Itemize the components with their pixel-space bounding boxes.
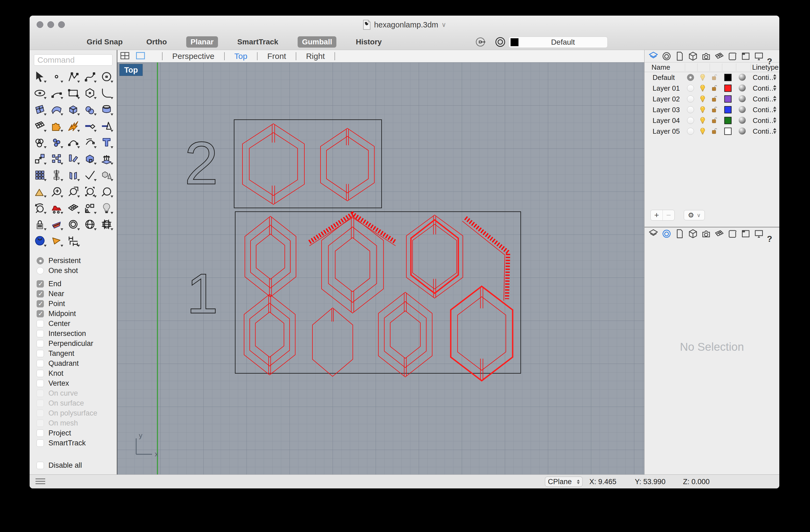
layer-row[interactable]: Layer 02 Conti… xyxy=(645,94,779,104)
point[interactable]: Point xyxy=(37,299,117,309)
polygon[interactable] xyxy=(82,85,98,101)
copy[interactable] xyxy=(48,150,65,167)
hexagon-cutout[interactable] xyxy=(321,128,374,201)
layout[interactable] xyxy=(82,200,98,216)
viewport-title-badge[interactable]: Top xyxy=(119,64,143,76)
hexagon-cutout[interactable] xyxy=(322,216,384,313)
hexagon-selected-ring[interactable] xyxy=(411,220,458,294)
four-viewports-icon[interactable] xyxy=(120,52,130,61)
hatch[interactable] xyxy=(48,216,65,232)
intersection[interactable]: Intersection xyxy=(37,329,117,338)
vertex[interactable]: Vertex xyxy=(37,379,117,388)
blue-sphere[interactable] xyxy=(32,232,48,249)
named-views-panel[interactable] xyxy=(701,51,711,61)
layer-row[interactable]: Layer 03 Conti… xyxy=(645,104,779,115)
current-layer-radio[interactable] xyxy=(687,85,694,92)
color-wheel[interactable] xyxy=(65,216,82,232)
disable-all-checkbox[interactable]: Disable all xyxy=(37,461,117,470)
display-modes-panel[interactable] xyxy=(754,51,764,61)
rotate[interactable] xyxy=(65,150,82,167)
layer-name[interactable]: Layer 03 xyxy=(652,106,680,114)
cplane-dropdown[interactable]: CPlane xyxy=(545,477,583,487)
hexagon-cutout[interactable] xyxy=(242,124,304,204)
rebuild-curve[interactable] xyxy=(82,134,98,150)
fillet[interactable] xyxy=(98,85,115,101)
project[interactable]: Project xyxy=(37,428,117,438)
help-panel[interactable]: ? xyxy=(767,223,777,244)
curve[interactable] xyxy=(82,68,98,85)
comb-strip-chevron[interactable] xyxy=(309,214,395,246)
grid-snap[interactable]: Grid Snap xyxy=(82,36,127,48)
surface-points[interactable] xyxy=(32,101,48,118)
layer-lock-icon[interactable] xyxy=(711,116,718,126)
mirror[interactable] xyxy=(65,167,82,183)
add-layer-button[interactable]: + xyxy=(651,210,663,220)
layer-row[interactable]: Layer 04 Conti… xyxy=(645,115,779,126)
current-layer-radio[interactable] xyxy=(687,128,694,135)
hexagon-cutout[interactable] xyxy=(406,215,463,298)
polyline[interactable] xyxy=(65,68,82,85)
tab-front[interactable]: Front xyxy=(267,52,286,61)
linetype-stepper-icon[interactable] xyxy=(773,85,776,90)
tab-perspective[interactable]: Perspective xyxy=(172,52,214,61)
layer-material-icon[interactable] xyxy=(739,84,746,92)
orient[interactable] xyxy=(82,150,98,167)
named-view[interactable] xyxy=(48,200,65,216)
rectangle[interactable] xyxy=(65,85,82,101)
midpoint[interactable]: Midpoint xyxy=(37,309,117,319)
layer-lock-icon[interactable] xyxy=(711,95,718,104)
layer-material-icon[interactable] xyxy=(739,128,746,134)
mesh-surface[interactable] xyxy=(32,118,48,134)
cylinder[interactable] xyxy=(98,101,115,118)
linetype-stepper-icon[interactable] xyxy=(773,117,776,123)
hexagon-cutout[interactable] xyxy=(312,308,353,377)
layer-name[interactable]: Layer 01 xyxy=(652,84,680,93)
named-cplanes-panel[interactable] xyxy=(714,51,725,61)
tab-top[interactable]: Top xyxy=(234,52,247,61)
menu-icon[interactable] xyxy=(35,479,45,486)
gumball[interactable]: Gumball xyxy=(298,36,336,48)
curved-surface[interactable] xyxy=(48,101,65,118)
layer-linetype[interactable]: Conti… xyxy=(753,84,776,93)
layer-linetype[interactable]: Conti… xyxy=(753,127,776,136)
numeral-2[interactable]: 2 xyxy=(184,129,218,197)
display-modes-panel[interactable] xyxy=(754,229,764,239)
layer-material-icon[interactable] xyxy=(739,74,746,81)
layer-material-icon[interactable] xyxy=(739,117,746,124)
layer-row[interactable]: Default Conti… xyxy=(645,72,779,83)
trim[interactable] xyxy=(82,118,98,134)
perpendicular[interactable]: Perpendicular xyxy=(37,338,117,349)
remove-layer-button[interactable]: − xyxy=(663,210,674,220)
numeral-1[interactable]: 1 xyxy=(187,262,218,325)
lightbulb[interactable] xyxy=(98,200,115,216)
zoom-window[interactable] xyxy=(65,183,82,200)
linetype-stepper-icon[interactable] xyxy=(773,74,776,80)
extrude[interactable] xyxy=(98,150,115,167)
layer-linetype[interactable]: Conti… xyxy=(753,95,776,103)
layer-row[interactable]: Layer 01 Conti… xyxy=(645,83,779,94)
check-select[interactable] xyxy=(82,167,98,183)
end[interactable]: End xyxy=(37,279,117,289)
layer-color-swatch[interactable] xyxy=(724,74,732,83)
layer-lock-icon[interactable] xyxy=(711,84,718,94)
sphere[interactable] xyxy=(82,101,98,118)
ortho[interactable]: Ortho xyxy=(142,36,171,48)
dimension[interactable] xyxy=(65,232,82,249)
layer-linetype[interactable]: Conti… xyxy=(753,116,776,125)
record-history-icon[interactable] xyxy=(475,36,487,49)
layer-color-swatch[interactable] xyxy=(724,84,732,94)
layer-material-icon[interactable] xyxy=(739,95,746,102)
ellipse[interactable] xyxy=(32,85,48,101)
command-input[interactable] xyxy=(34,54,113,66)
color-blend[interactable] xyxy=(32,134,48,150)
on-mesh[interactable]: On mesh xyxy=(37,418,117,428)
layer-lock-icon[interactable] xyxy=(711,106,718,115)
knot[interactable]: Knot xyxy=(37,368,117,379)
current-layer-dropdown[interactable]: Default xyxy=(508,37,608,48)
hexagon-cutout[interactable] xyxy=(451,286,513,381)
arc[interactable] xyxy=(48,85,65,101)
linetype-stepper-icon[interactable] xyxy=(773,96,776,101)
macros-panel[interactable] xyxy=(727,51,738,61)
gumball-state-icon[interactable] xyxy=(495,36,506,49)
point[interactable] xyxy=(48,68,65,85)
